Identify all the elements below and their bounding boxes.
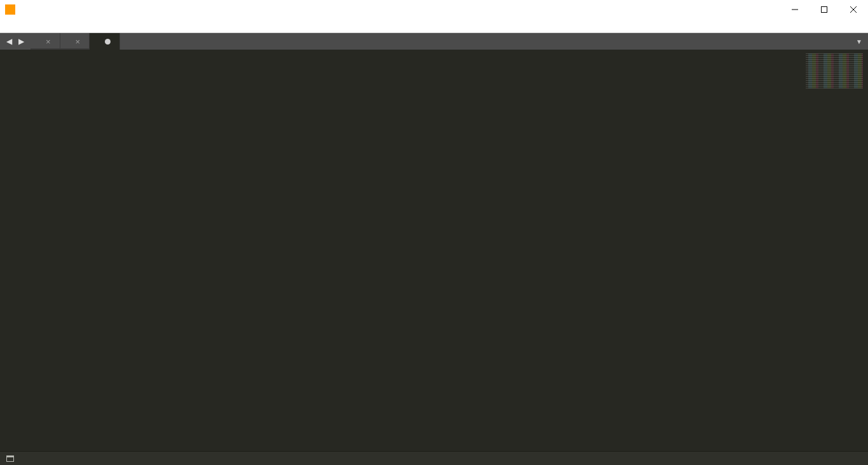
menu-selection[interactable] [28,25,41,27]
menu-tools[interactable] [79,25,92,27]
menu-goto[interactable] [66,25,79,27]
tab-bar: ◀ ▶ × × ▼ [0,33,868,50]
close-icon[interactable]: × [46,37,51,46]
dirty-indicator-icon [105,39,111,45]
menu-file[interactable] [3,25,15,27]
close-button[interactable] [839,0,868,19]
tab-primer-test[interactable]: × [31,33,60,50]
tabs-dropdown-icon[interactable]: ▼ [850,38,868,45]
svg-rect-0 [822,7,827,13]
menubar [0,19,868,33]
menu-preferences[interactable] [104,25,117,27]
tab-programa-1[interactable]: × [60,33,90,50]
nav-back-icon[interactable]: ◀ [4,36,15,47]
maximize-button[interactable] [810,0,839,19]
statusbar [0,451,868,465]
menu-project[interactable] [92,25,104,27]
menu-help[interactable] [117,25,130,27]
tab-tabla-multiplicacion[interactable] [90,33,120,50]
nav-forward-icon[interactable]: ▶ [16,36,27,47]
menu-view[interactable] [53,25,66,27]
editor[interactable] [0,50,868,451]
menu-edit[interactable] [15,25,28,27]
menu-find[interactable] [41,25,53,27]
app-icon [5,4,15,15]
minimap[interactable] [792,50,868,451]
code-area[interactable] [32,50,792,451]
minimap-content [806,53,863,88]
panel-toggle-icon[interactable] [6,455,14,462]
line-number-gutter [0,50,32,451]
window-titlebar [0,0,868,19]
minimize-button[interactable] [780,0,810,19]
close-icon[interactable]: × [76,37,81,46]
